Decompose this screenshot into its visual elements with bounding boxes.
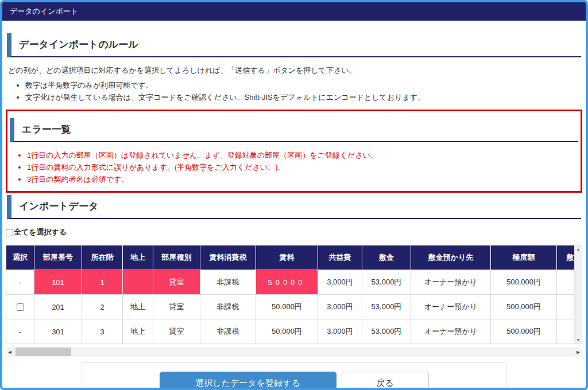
column-header: 賃料消費税 — [200, 245, 256, 270]
import-heading-label: インポートデータ — [19, 201, 98, 212]
scroll-up-icon[interactable]: ▲ — [577, 247, 581, 251]
horizontal-scrollbar[interactable]: ◄ ► — [6, 347, 582, 357]
table-cell: 500,000円 — [491, 319, 557, 344]
error-item: 3行目の契約者名は必須です。 — [27, 174, 581, 185]
table-cell — [557, 319, 575, 344]
table-cell: 500,000円 — [491, 270, 557, 295]
table-cell: 1 — [82, 270, 123, 295]
import-section-heading: インポートデータ — [7, 195, 581, 219]
table-cell: 非課税 — [200, 319, 256, 344]
rule-item: 文字化けが発生している場合は、文字コードをご確認ください。Shift-JISをデ… — [25, 92, 582, 103]
row-select-checkbox[interactable] — [17, 303, 24, 311]
back-button[interactable]: 戻る — [342, 372, 429, 390]
error-item: 1行目の入力の部屋（区画）は登録されていません。まず、登録対象の部屋（区画）をご… — [27, 150, 581, 161]
table-cell: 2 — [82, 295, 123, 319]
table-cell: 53,000円 — [362, 319, 411, 344]
column-header: 敷金 — [557, 245, 575, 270]
column-header: 地上 — [123, 245, 153, 270]
table-cell: 3,000円 — [318, 295, 362, 319]
page-title: データのインポート — [10, 7, 78, 15]
rules-list: 数字は半角数字のみが利用可能です。文字化けが発生している場合は、文字コードをご確… — [6, 80, 582, 103]
rules-intro-text: どの列が、どの選択項目に対応するかを選択してよろしければ、「送信する」ボタンを押… — [8, 65, 580, 76]
scroll-down-icon[interactable]: ▼ — [577, 338, 581, 342]
table-cell: 貸室 — [153, 295, 200, 319]
column-header: 部屋種別 — [153, 245, 200, 270]
row-select-cell[interactable] — [6, 295, 34, 319]
table-cell: オーナー預かり — [411, 270, 491, 295]
column-header: 敷金 — [362, 245, 411, 270]
table-cell: 3,000円 — [318, 270, 362, 295]
table-cell: 貸室 — [153, 319, 200, 344]
table-cell: 50,000円 — [256, 295, 318, 319]
scroll-right-icon[interactable]: ► — [574, 349, 582, 355]
app-window: データのインポート データインポートのルール どの列が、どの選択項目に対応するか… — [0, 0, 588, 390]
table-cell: 非課税 — [200, 270, 256, 295]
scroll-left-icon[interactable]: ◄ — [6, 349, 14, 355]
column-header: 賃料 — [256, 245, 318, 270]
table-cell: 3 — [82, 319, 123, 344]
horizontal-scroll-thumb[interactable] — [16, 348, 71, 356]
rules-heading-label: データインポートのルール — [19, 39, 138, 50]
table-cell: オーナー預かり — [411, 295, 491, 319]
error-box: エラー一覧 1行目の入力の部屋（区画）は登録されていません。まず、登録対象の部屋… — [6, 110, 582, 193]
action-panel: 選択したデータを登録する 戻る — [82, 362, 506, 390]
table-row: -1011貸室非課税500003,000円53,000円オーナー預かり500,0… — [6, 270, 575, 295]
column-header: 選択 — [6, 245, 34, 270]
table-cell — [123, 270, 153, 295]
table-cell: 53,000円 — [362, 295, 411, 319]
table-cell: オーナー預かり — [411, 319, 491, 344]
table-cell: 500,000円 — [491, 295, 557, 319]
column-header: 部屋番号 — [34, 245, 82, 270]
table-cell — [557, 295, 575, 319]
table-header-row: 選択部屋番号所在階地上部屋種別賃料消費税賃料共益費敷金敷金預かり先極度額敷金 — [6, 245, 575, 270]
column-header: 敷金預かり先 — [411, 245, 491, 270]
import-table-zone: 選択部屋番号所在階地上部屋種別賃料消費税賃料共益費敷金敷金預かり先極度額敷金 -… — [6, 245, 582, 344]
rules-section-heading: データインポートのルール — [7, 33, 581, 57]
table-cell: 地上 — [123, 319, 153, 344]
table-cell: 50,000円 — [256, 319, 318, 344]
table-cell: 201 — [34, 295, 82, 319]
column-header: 共益費 — [318, 245, 362, 270]
select-all-label: 全てを選択する — [14, 227, 67, 237]
table-cell: 53,000円 — [362, 270, 411, 295]
table-cell: 非課税 — [200, 295, 256, 319]
table-cell: 貸室 — [153, 270, 200, 295]
main-content: データインポートのルール どの列が、どの選択項目に対応するかを選択してよろしけれ… — [2, 33, 586, 390]
table-clip-viewport: 選択部屋番号所在階地上部屋種別賃料消費税賃料共益費敷金敷金預かり先極度額敷金 -… — [6, 245, 574, 344]
table-cell — [557, 270, 575, 295]
vertical-scrollbar[interactable]: ▲ ▼ — [574, 245, 582, 344]
select-all-checkbox[interactable] — [6, 229, 13, 236]
rule-item: 数字は半角数字のみが利用可能です。 — [25, 80, 582, 91]
select-all-row: 全てを選択する — [6, 227, 582, 237]
import-table: 選択部屋番号所在階地上部屋種別賃料消費税賃料共益費敷金敷金預かり先極度額敷金 -… — [6, 245, 574, 344]
table-row: 2012地上貸室非課税50,000円3,000円53,000円オーナー預かり50… — [6, 295, 575, 319]
register-selected-data-button[interactable]: 選択したデータを登録する — [160, 372, 336, 390]
table-cell: 101 — [34, 270, 82, 295]
row-select-cell: - — [6, 319, 34, 344]
error-list: 1行目の入力の部屋（区画）は登録されていません。まず、登録対象の部屋（区画）をご… — [7, 150, 581, 185]
table-cell: 3,000円 — [318, 319, 362, 344]
table-cell: 50000 — [256, 270, 318, 295]
error-heading-label: エラー一覧 — [22, 124, 71, 135]
error-item: 1行目の賃料の入力形式に誤りがあります。(半角数字をご入力ください。)。 — [27, 162, 581, 173]
column-header: 所在階 — [82, 245, 123, 270]
table-cell: 地上 — [123, 295, 153, 319]
table-row: -3013地上貸室非課税50,000円3,000円53,000円オーナー預かり5… — [6, 319, 575, 344]
row-select-cell: - — [6, 270, 34, 295]
error-section-heading: エラー一覧 — [10, 118, 578, 142]
table-cell: 301 — [34, 319, 82, 344]
column-header: 極度額 — [491, 245, 557, 270]
title-bar: データのインポート — [2, 2, 586, 21]
